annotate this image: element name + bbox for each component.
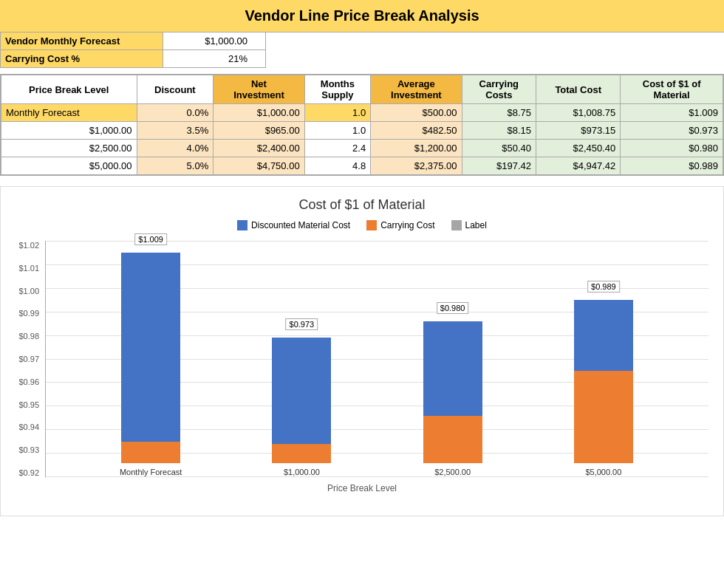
bar-stack: $1.009 (121, 253, 180, 463)
bar-material-cost-segment (121, 253, 180, 442)
y-axis-label: $1.00 (18, 287, 39, 295)
chart-plot: $1.009Monthly Forecast$0.973$1,000.00$0.… (45, 241, 708, 477)
bar-x-label: $1,000.00 (284, 468, 320, 476)
bar-material-cost-segment (423, 321, 482, 416)
bar-value-label: $0.989 (587, 281, 620, 293)
table-header-row: Price Break Level Discount NetInvestment… (1, 75, 723, 104)
y-axis-label: $0.93 (18, 445, 39, 454)
y-axis-label: $0.94 (18, 423, 39, 431)
legend-swatch (451, 220, 462, 230)
col-header-carrying-costs: CarryingCosts (462, 75, 536, 104)
bar-value-label: $0.973 (286, 318, 318, 330)
bar-value-label: $1.009 (134, 233, 167, 245)
y-axis-label: $1.01 (18, 264, 39, 273)
y-axis-label: $0.96 (18, 377, 39, 386)
bar-stack: $0.980 (423, 321, 482, 463)
bar-group: $1.009Monthly Forecast (114, 253, 188, 476)
y-axis-label: $0.97 (18, 355, 39, 363)
col-header-avg-investment: AverageInvestment (371, 75, 462, 104)
legend-label: Label (465, 220, 487, 230)
bar-carrying-cost-segment (574, 371, 633, 463)
y-axis: $1.02$1.01$1.00$0.99$0.98$0.97$0.96$0.95… (16, 241, 45, 477)
col-header-total-cost: Total Cost (536, 75, 621, 104)
bar-x-label: $2,500.00 (434, 468, 471, 476)
bar-carrying-cost-segment (121, 442, 180, 463)
chart-section: Cost of $1 of Material Discounted Materi… (0, 186, 724, 516)
table-row: $1,000.003.5%$965.001.0$482.50$8.15$973.… (1, 122, 723, 140)
bar-carrying-cost-segment (423, 416, 482, 463)
chart-legend: Discounted Material Cost Carrying Cost L… (16, 220, 708, 230)
bar-material-cost-segment (574, 300, 633, 371)
y-axis-label: $0.95 (18, 400, 39, 409)
y-axis-label: $1.02 (18, 241, 39, 250)
legend-label: Carrying Cost (380, 220, 434, 230)
bar-value-label: $0.980 (437, 302, 469, 314)
page-title: Vendor Line Price Break Analysis (0, 0, 724, 33)
chart-title: Cost of $1 of Material (16, 197, 708, 213)
vendor-forecast-label: Vendor Monthly Forecast (1, 33, 163, 49)
bar-carrying-cost-segment (272, 444, 331, 463)
col-header-level: Price Break Level (1, 75, 137, 104)
table-row: Monthly Forecast0.0%$1,000.001.0$500.00$… (1, 104, 723, 122)
bar-group: $0.980$2,500.00 (416, 321, 490, 476)
bars-container: $1.009Monthly Forecast$0.973$1,000.00$0.… (46, 241, 708, 476)
bar-stack: $0.973 (272, 338, 331, 463)
bar-x-label: Monthly Forecast (120, 468, 182, 476)
table-row: $5,000.005.0%$4,750.004.8$2,375.00$197.4… (1, 157, 723, 175)
legend-swatch (237, 220, 247, 230)
chart-area: $1.02$1.01$1.00$0.99$0.98$0.97$0.96$0.95… (16, 241, 708, 477)
col-header-cost-per-dollar: Cost of $1 ofMaterial (621, 75, 723, 104)
grid-line (46, 476, 708, 477)
carrying-cost-row: Carrying Cost % 21% (1, 50, 265, 67)
legend-label: Discounted Material Cost (251, 220, 350, 230)
x-axis-title: Price Break Level (16, 483, 708, 493)
main-table-container: Price Break Level Discount NetInvestment… (0, 74, 724, 176)
col-header-net-investment: NetInvestment (214, 75, 304, 104)
bar-group: $0.989$5,000.00 (567, 300, 641, 476)
y-axis-label: $0.99 (18, 309, 39, 318)
legend-item: Label (451, 220, 487, 230)
vendor-forecast-row: Vendor Monthly Forecast $1,000.00 (1, 33, 265, 50)
vendor-forecast-value[interactable]: $1,000.00 (163, 33, 252, 49)
col-header-months-supply: MonthsSupply (304, 75, 371, 104)
bar-stack: $0.989 (574, 300, 633, 463)
bar-group: $0.973$1,000.00 (264, 338, 338, 476)
carrying-cost-label: Carrying Cost % (1, 50, 163, 67)
carrying-cost-value[interactable]: 21% (163, 50, 252, 67)
bar-x-label: $5,000.00 (585, 468, 621, 476)
price-break-table: Price Break Level Discount NetInvestment… (1, 75, 723, 175)
y-axis-label: $0.98 (18, 332, 39, 341)
bar-material-cost-segment (272, 338, 331, 444)
y-axis-label: $0.92 (18, 468, 39, 477)
col-header-discount: Discount (137, 75, 214, 104)
inputs-section: Vendor Monthly Forecast $1,000.00 Carryi… (0, 33, 266, 68)
table-row: $2,500.004.0%$2,400.002.4$1,200.00$50.40… (1, 140, 723, 157)
legend-item: Discounted Material Cost (237, 220, 350, 230)
legend-item: Carrying Cost (366, 220, 434, 230)
legend-swatch (366, 220, 377, 230)
